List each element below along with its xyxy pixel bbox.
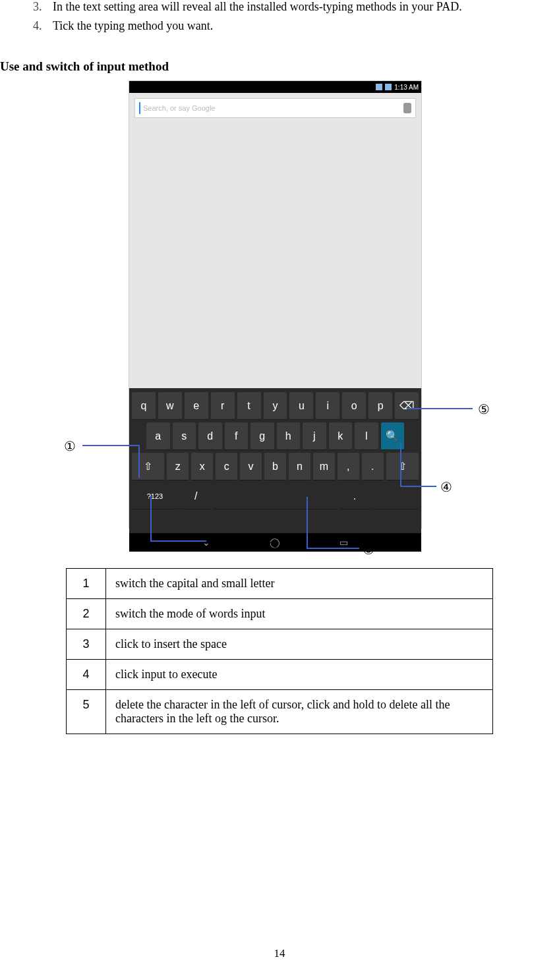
table-row: 4 click input to execute [67, 660, 493, 690]
key-a[interactable]: a [146, 422, 170, 450]
key-s[interactable]: s [173, 422, 196, 450]
microphone-icon[interactable] [403, 103, 411, 113]
status-time: 1:13 AM [394, 84, 419, 91]
text-cursor [139, 102, 140, 114]
keyboard-row-3: ⇧ z x c v b n m , . ⇧ [132, 453, 419, 480]
key-comma[interactable]: , [338, 453, 359, 480]
keyboard-row-1: q w e r t y u i o p ⌫ [132, 392, 419, 420]
legend-number: 5 [67, 690, 106, 734]
key-b[interactable]: b [264, 453, 286, 480]
legend-table: 1 switch the capital and small letter 2 … [66, 568, 493, 734]
key-shift[interactable]: ⇧ [132, 453, 164, 480]
callout-line [138, 445, 140, 478]
legend-description: click to insert the space [106, 629, 493, 660]
legend-description: switch the mode of words input [106, 599, 493, 629]
key-c[interactable]: c [216, 453, 237, 480]
list-number: 4. [33, 19, 53, 33]
key-h[interactable]: h [277, 422, 301, 450]
key-y[interactable]: y [264, 392, 287, 420]
key-mode-switch[interactable]: ?123 [132, 483, 178, 509]
callout-line [307, 497, 308, 548]
key-n[interactable]: n [289, 453, 310, 480]
key-u[interactable]: u [289, 392, 313, 420]
battery-icon [385, 84, 392, 90]
callout-4-label: ④ [440, 479, 452, 495]
key-l[interactable]: l [355, 422, 378, 450]
legend-number: 3 [67, 629, 106, 660]
nav-recent-icon[interactable]: ▭ [339, 537, 348, 548]
legend-description: switch the capital and small letter [106, 569, 493, 599]
key-i[interactable]: i [316, 392, 339, 420]
key-f[interactable]: f [225, 422, 249, 450]
callout-line [400, 486, 436, 487]
key-x[interactable]: x [191, 453, 213, 480]
page-number: 14 [0, 947, 559, 960]
key-v[interactable]: v [240, 453, 262, 480]
figure-area: 1:13 AM Search, or say Google q w e r t … [0, 80, 559, 555]
shift-icon: ⇧ [398, 460, 407, 473]
search-placeholder: Search, or say Google [143, 104, 403, 112]
legend-description: delete the character in the left of curs… [106, 690, 493, 734]
key-slash[interactable]: / [181, 483, 212, 509]
list-item: 3. In the text setting area will reveal … [0, 0, 559, 14]
callout-line [150, 496, 152, 540]
callout-2-label: ② [211, 534, 223, 550]
search-bar[interactable]: Search, or say Google [134, 98, 416, 118]
search-icon: 🔍 [386, 430, 399, 442]
key-backspace[interactable]: ⌫ [395, 392, 419, 420]
key-m[interactable]: m [313, 453, 335, 480]
key-e[interactable]: e [185, 392, 208, 420]
key-z[interactable]: z [167, 453, 189, 480]
callout-1-label: ① [64, 438, 76, 454]
list-item: 4. Tick the typing method you want. [0, 19, 559, 33]
legend-number: 2 [67, 599, 106, 629]
figure-caption: Picture 3.8 [241, 537, 295, 551]
signal-icon [376, 84, 382, 90]
content-area [129, 118, 421, 388]
legend-number: 4 [67, 660, 106, 690]
table-row: 5 delete the character in the left of cu… [67, 690, 493, 734]
section-heading: Use and switch of input method [0, 59, 559, 74]
table-row: 3 click to insert the space [67, 629, 493, 660]
key-enter[interactable] [372, 483, 419, 509]
key-space[interactable] [214, 483, 336, 509]
key-t[interactable]: t [237, 392, 261, 420]
key-o[interactable]: o [342, 392, 366, 420]
device-screenshot: 1:13 AM Search, or say Google q w e r t … [129, 80, 422, 529]
key-d[interactable]: d [198, 422, 222, 450]
keyboard-row-4: ?123 / . [132, 483, 419, 509]
callout-line [150, 540, 206, 542]
shift-icon: ⇧ [144, 460, 152, 473]
callout-5-label: ⑤ [478, 401, 490, 417]
key-g[interactable]: g [250, 422, 274, 450]
keyboard-row-2: a s d f g h j k l 🔍 [132, 422, 419, 450]
callout-line [307, 548, 359, 549]
key-period[interactable]: . [362, 453, 384, 480]
list-text: In the text setting area will reveal all… [53, 0, 559, 14]
list-text: Tick the typing method you want. [53, 19, 559, 33]
callout-3-label: ③ [363, 542, 374, 558]
key-j[interactable]: j [303, 422, 326, 450]
backspace-icon: ⌫ [399, 399, 415, 412]
key-k[interactable]: k [329, 422, 353, 450]
key-w[interactable]: w [158, 392, 182, 420]
key-r[interactable]: r [211, 392, 235, 420]
callout-line [407, 408, 473, 409]
callout-line [400, 444, 401, 486]
key-q[interactable]: q [132, 392, 156, 420]
key-p[interactable]: p [368, 392, 392, 420]
keyboard: q w e r t y u i o p ⌫ a s d f g h j k [129, 388, 421, 533]
key-shift-right[interactable]: ⇧ [386, 453, 419, 480]
nav-back-icon[interactable]: ⌄ [202, 537, 210, 548]
list-number: 3. [33, 0, 53, 14]
table-row: 2 switch the mode of words input [67, 599, 493, 629]
table-row: 1 switch the capital and small letter [67, 569, 493, 599]
legend-number: 1 [67, 569, 106, 599]
status-bar: 1:13 AM [129, 81, 421, 93]
callout-line [82, 445, 138, 446]
key-period-bottom[interactable]: . [339, 483, 370, 509]
legend-description: click input to execute [106, 660, 493, 690]
